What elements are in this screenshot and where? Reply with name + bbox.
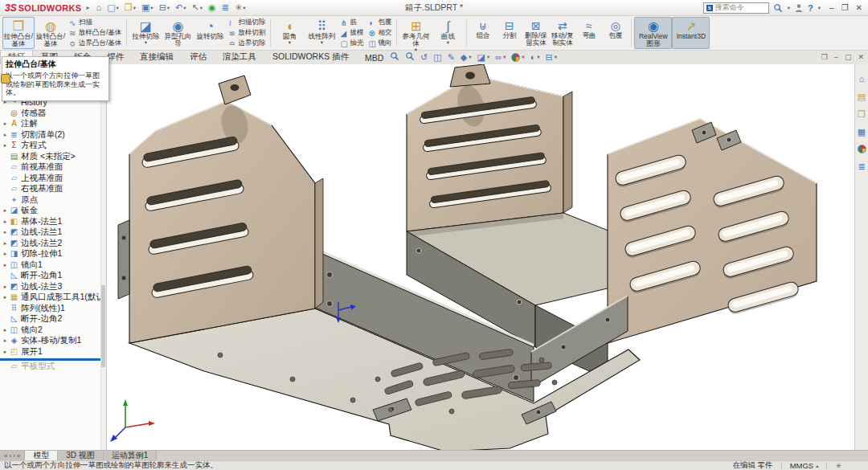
- close-button[interactable]: ✕: [856, 3, 862, 12]
- rebuild-button[interactable]: ◉: [207, 2, 218, 13]
- restore-button[interactable]: ❐: [841, 3, 849, 12]
- undo-button[interactable]: ↶▾: [174, 2, 187, 13]
- annotations-folder-expand-arrow[interactable]: ▸: [2, 121, 9, 127]
- sheet-metal-folder-expand-arrow[interactable]: ▸: [2, 207, 9, 214]
- tree-item-front-plane[interactable]: ▱前视基准面: [0, 162, 106, 174]
- select-button[interactable]: ↖▾: [190, 2, 204, 13]
- tree-item-unfold1[interactable]: ▸◰展开1: [0, 346, 106, 358]
- tree-scrollbar-thumb[interactable]: [101, 285, 105, 368]
- edge-flange2-expand-arrow[interactable]: ▸: [2, 240, 9, 247]
- apply-scene-button[interactable]: ◐▾: [530, 52, 540, 62]
- cut-list-expand-arrow[interactable]: ▸: [2, 132, 9, 138]
- wrap-body-button[interactable]: ◎包覆: [602, 17, 628, 49]
- tab-SOLIDWORKS 插件[interactable]: SOLIDWORKS 插件: [264, 49, 357, 64]
- doc-restore-button[interactable]: ▢: [845, 53, 852, 61]
- display-style-button[interactable]: ◪▾: [477, 52, 490, 62]
- graphics-viewport[interactable]: [108, 64, 854, 450]
- edge-flange3-expand-arrow[interactable]: ▸: [2, 284, 9, 290]
- edge-flange1-expand-arrow[interactable]: ▸: [2, 229, 9, 235]
- equations-folder-expand-arrow[interactable]: ▸: [2, 142, 9, 149]
- hole-wizard-button[interactable]: ◉异型孔向导: [162, 17, 194, 49]
- swept-boss-button[interactable]: ∿扫描: [67, 18, 124, 28]
- tree-item-sheet-metal-folder[interactable]: ▸◪钣金: [0, 206, 106, 217]
- tree-item-material[interactable]: ▤材质 <未指定>: [0, 151, 106, 162]
- lofted-cut-button[interactable]: ≌放样切割: [226, 28, 268, 39]
- shell-button[interactable]: ▢抽壳: [338, 39, 366, 49]
- doc-close-button[interactable]: ✕: [858, 53, 864, 61]
- draft-button[interactable]: ◢拔模: [338, 28, 366, 39]
- hide-show-items-button[interactable]: ∞▾: [495, 52, 506, 62]
- tab-渲染工具[interactable]: 渲染工具: [215, 49, 264, 64]
- tree-item-base-flange1[interactable]: ▸◧基体-法兰1: [0, 216, 106, 227]
- minimize-button[interactable]: –: [829, 3, 834, 12]
- tree-item-edge-flange3[interactable]: ▸◩边线-法兰3: [0, 281, 106, 292]
- mirror2-expand-arrow[interactable]: ▸: [2, 327, 9, 333]
- linear-pattern-button[interactable]: ⠿线性阵列▾: [305, 17, 338, 49]
- save-button[interactable]: ▣▾: [140, 2, 155, 13]
- doc-cascade-button[interactable]: ❐: [821, 53, 828, 61]
- tab-nav-arrow-2[interactable]: ›: [13, 452, 15, 460]
- delete-keep-body-button[interactable]: ⊠删除/保留实体: [522, 17, 549, 49]
- tab-nav-arrow-0[interactable]: «: [4, 452, 7, 460]
- lofted-boss-button[interactable]: ≋放样凸台/基体: [67, 28, 124, 39]
- home-button[interactable]: ⌂: [94, 2, 103, 13]
- tree-item-edge-flange1[interactable]: ▸◩边线-法兰1: [0, 227, 106, 239]
- swept-cut-button[interactable]: ≀扫描切除: [226, 18, 268, 28]
- tree-item-mirror2[interactable]: ▸◫镜向2: [0, 325, 106, 336]
- tree-item-mirror1[interactable]: ▸◫镜向1: [0, 260, 106, 271]
- rib-button[interactable]: ⋔筋: [338, 18, 366, 28]
- tree-item-right-plane[interactable]: ▱右视基准面: [0, 184, 106, 195]
- revolve-cut-button[interactable]: ◔旋转切除: [194, 17, 226, 49]
- tree-item-break-corner2[interactable]: ◺断开-边角2: [0, 314, 106, 325]
- doc-minimize-button[interactable]: –: [834, 53, 838, 61]
- rollback-bar[interactable]: [0, 358, 106, 361]
- search-magnifier-icon[interactable]: [773, 3, 783, 13]
- fillet-button[interactable]: ◖圆角▾: [273, 17, 305, 49]
- new-document-button[interactable]: ▢▾: [105, 2, 121, 13]
- revolve-boss-button[interactable]: ◍旋转凸台/基体: [35, 17, 67, 49]
- tree-item-top-plane[interactable]: ▱上视基准面: [0, 173, 106, 184]
- boundary-cut-button[interactable]: ≏边界切除: [226, 39, 268, 49]
- print-button[interactable]: ⊟▾: [158, 2, 171, 13]
- tree-item-sensors-folder[interactable]: ◎传感器: [0, 108, 106, 119]
- zoom-area-button[interactable]: [405, 51, 415, 63]
- file-explorer-icon[interactable]: ❒: [858, 109, 866, 119]
- mirror1-expand-arrow[interactable]: ▸: [2, 262, 9, 268]
- boundary-boss-button[interactable]: ≎边界凸台/基体: [67, 39, 124, 49]
- appearances-scenes-button[interactable]: [858, 145, 866, 153]
- base-flange1-expand-arrow[interactable]: ▸: [2, 219, 9, 225]
- previous-view-button[interactable]: ↺: [420, 52, 428, 62]
- curves-button[interactable]: ∫曲线▾: [432, 17, 464, 49]
- tab-评估[interactable]: 评估: [182, 49, 215, 64]
- unfold1-expand-arrow[interactable]: ▸: [2, 349, 9, 355]
- tree-item-equations-folder[interactable]: ▸Σ方程式: [0, 141, 106, 152]
- tab-MBD[interactable]: MBD: [357, 51, 391, 64]
- instant3d-button[interactable]: ↗Instant3D: [672, 17, 710, 49]
- status-gear-icon[interactable]: ✳: [835, 462, 841, 470]
- view-settings-button[interactable]: ⊟▾: [546, 52, 557, 62]
- cut-extrude1-expand-arrow[interactable]: ▸: [2, 251, 9, 257]
- custom-properties-icon[interactable]: ≣: [858, 161, 865, 171]
- search-command-box[interactable]: S 搜索命令: [703, 2, 769, 14]
- move-copy-body-button[interactable]: ⇄移动/复制实体: [549, 17, 575, 49]
- options-button[interactable]: ✳▾: [233, 2, 247, 13]
- edit-appearance-button[interactable]: ▾: [511, 53, 524, 62]
- tree-item-annotations-folder[interactable]: ▸A注解: [0, 119, 106, 130]
- login-person-icon[interactable]: [794, 3, 804, 13]
- split-button[interactable]: ⊟分割: [496, 17, 522, 49]
- tab-nav-arrow-3[interactable]: »: [17, 452, 20, 460]
- realview-graphics-button[interactable]: ◉RealView 图形: [634, 17, 672, 49]
- vent-forming-tool1-expand-arrow[interactable]: ▸: [2, 294, 9, 300]
- file-properties-button[interactable]: ≣: [220, 2, 231, 13]
- tab-直接编辑[interactable]: 直接编辑: [132, 49, 182, 64]
- tree-item-body-move-copy1[interactable]: ▸◈实体-移动/复制1: [0, 336, 106, 347]
- tree-scrollbar[interactable]: [100, 75, 106, 450]
- tree-item-flat-pattern[interactable]: ▱平板型式: [0, 362, 106, 373]
- search-caret-icon[interactable]: ▾: [788, 5, 790, 11]
- open-button[interactable]: ❒▾: [123, 2, 137, 13]
- dynamic-annotation-button[interactable]: ✎: [448, 52, 455, 62]
- intersect-button[interactable]: ⊗相交: [366, 28, 394, 39]
- combine-button[interactable]: ⊎组合: [469, 17, 496, 49]
- tab-nav-arrow-1[interactable]: ‹: [9, 452, 11, 460]
- wrap-button[interactable]: ◗包覆: [366, 18, 394, 28]
